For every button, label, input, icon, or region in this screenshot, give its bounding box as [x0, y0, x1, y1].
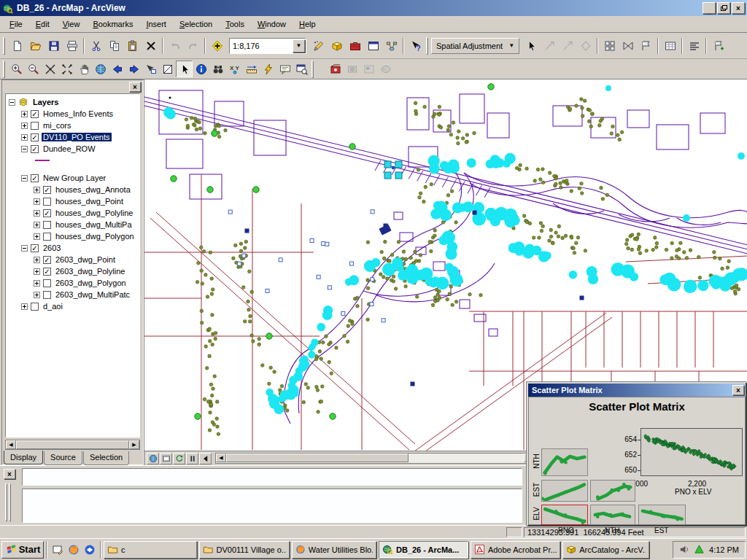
matrix-cell-est-pno[interactable] [541, 480, 588, 502]
layer-label[interactable]: 2603_dwg_Polygon [54, 279, 128, 287]
panel-text-area[interactable] [22, 489, 522, 523]
print-button[interactable] [63, 36, 81, 55]
toolbar-grip[interactable] [311, 61, 314, 78]
layer-checkbox[interactable]: ✓ [43, 186, 51, 194]
toolbar-grip[interactable] [426, 37, 428, 55]
back-extent-tool[interactable] [109, 61, 125, 77]
refresh-view-button[interactable] [173, 453, 185, 464]
identify-tool[interactable] [193, 61, 209, 77]
menu-view[interactable]: View [56, 18, 87, 31]
tab-source[interactable]: Source [44, 451, 82, 465]
forward-extent-tool[interactable] [125, 61, 142, 77]
chevron-down-icon[interactable]: ▼ [293, 39, 305, 52]
menu-insert[interactable]: Insert [139, 18, 173, 31]
layer-row[interactable]: 2603_dwg_MultiPatc [6, 289, 139, 300]
tree-expander-plus[interactable] [21, 111, 28, 117]
thunderbird-launcher[interactable] [82, 542, 98, 558]
layer-row[interactable]: ✓2603_dwg_Polyline [6, 265, 139, 277]
scroll-right-arrow[interactable]: ▶ [129, 440, 139, 449]
sa-attributes-button[interactable] [685, 36, 703, 55]
task-adobe-acrobat-pr-[interactable]: Adobe Acrobat Pr... [471, 541, 560, 559]
matrix-cell-nth-pno[interactable] [541, 448, 588, 476]
zoom-in-tool[interactable] [8, 61, 25, 77]
menu-help[interactable]: Help [293, 18, 322, 31]
menu-selection[interactable]: Selection [173, 18, 219, 31]
tree-expander-plus[interactable] [21, 303, 28, 310]
go-to-xy-tool[interactable]: XY [226, 61, 243, 77]
map-tips-tool[interactable] [276, 61, 293, 77]
misc-tool-3[interactable] [360, 61, 377, 77]
misc-tool-2[interactable] [344, 61, 360, 77]
map-scale-combobox[interactable]: 1:8,176▼ [229, 38, 306, 54]
matrix-cell-elv-pno[interactable] [541, 505, 588, 525]
tree-expander-plus[interactable] [34, 187, 40, 193]
layer-checkbox[interactable] [31, 122, 39, 130]
layer-row[interactable]: houses_dwg_MultiPa [6, 219, 139, 230]
full-extent-tool[interactable] [92, 61, 109, 77]
layer-label[interactable]: Layers [31, 98, 60, 106]
layer-checkbox[interactable] [43, 279, 51, 287]
measure-tool[interactable] [243, 61, 260, 77]
layer-row[interactable]: Layers [6, 96, 139, 108]
scatter-plot-matrix-window[interactable]: Scatter Plot Matrix × Scatter Plot Matri… [527, 382, 747, 526]
layer-row[interactable] [6, 155, 139, 166]
spatial-adjustment-menu[interactable]: Spatial Adjustment▼ [431, 38, 519, 54]
layer-label[interactable]: d_aoi [42, 302, 64, 311]
menu-edit[interactable]: Edit [29, 18, 56, 31]
close-button[interactable]: × [732, 2, 745, 14]
toc-horizontal-scrollbar[interactable]: ◀ ▶ [5, 440, 140, 450]
tree-expander-plus[interactable] [21, 122, 28, 129]
task-db-26-arcma-[interactable]: DB_26 - ArcMa... [379, 541, 468, 559]
tree-expander-plus[interactable] [34, 292, 40, 298]
tree-expander-minus[interactable] [21, 245, 28, 252]
scroll-left-arrow[interactable]: ◀ [6, 440, 16, 449]
tab-display[interactable]: Display [4, 451, 43, 464]
scatter-window-titlebar[interactable]: Scatter Plot Matrix × [528, 384, 746, 397]
layer-row[interactable]: 2603_dwg_Polygon [6, 277, 139, 289]
layer-row[interactable]: d_aoi [6, 300, 139, 312]
scroll-left-button[interactable] [199, 453, 212, 464]
find-tool[interactable] [209, 61, 226, 77]
layer-checkbox[interactable]: ✓ [31, 244, 39, 252]
scrollbar-thumb[interactable] [16, 440, 129, 449]
layer-checkbox[interactable]: ✓ [31, 145, 39, 153]
layout-view-button[interactable] [160, 453, 172, 464]
layer-row[interactable]: ✓2603_dwg_Point [6, 254, 139, 265]
layer-checkbox[interactable] [43, 233, 51, 241]
tree-expander-plus[interactable] [34, 198, 40, 205]
hyperlink-tool[interactable] [260, 61, 276, 77]
layer-row[interactable]: ✓DV110_PO Events [6, 131, 139, 143]
panel-grip[interactable] [5, 483, 7, 521]
scrollbar-thumb[interactable] [226, 454, 409, 462]
tree-expander-minus[interactable] [21, 146, 28, 152]
sa-link-table-button[interactable] [661, 36, 679, 55]
data-view-button[interactable] [147, 453, 159, 464]
layer-label[interactable]: mi_cors [42, 121, 73, 130]
misc-tool-4[interactable] [377, 61, 394, 77]
layer-row[interactable]: ✓houses_dwg_Polyline [6, 207, 139, 219]
layer-checkbox[interactable]: ✓ [31, 133, 39, 141]
layer-label[interactable]: houses_dwg_Annota [54, 185, 132, 194]
map-horizontal-scrollbar[interactable]: ◀ ▶ [215, 453, 535, 464]
open-button[interactable] [26, 36, 44, 55]
window-titlebar[interactable]: DB_26 - ArcMap - ArcView _ × [0, 0, 747, 16]
delete-button[interactable] [142, 36, 160, 55]
magnifier-window-tool[interactable] [293, 61, 310, 77]
tab-selection[interactable]: Selection [83, 451, 129, 465]
arctoolbox-button[interactable] [346, 36, 364, 55]
zoom-selection-tool[interactable] [159, 61, 176, 77]
layer-checkbox[interactable]: ✓ [43, 209, 51, 217]
show-desktop-button[interactable] [50, 542, 66, 558]
task-dv00111-village-o-[interactable]: DV00111 Village o... [199, 541, 290, 559]
layer-checkbox[interactable] [31, 303, 39, 311]
cut-button[interactable] [87, 36, 105, 55]
menu-window[interactable]: Window [251, 18, 293, 31]
menu-tools[interactable]: Tools [219, 18, 251, 31]
misc-tool-1[interactable] [327, 61, 344, 77]
sa-rotate-tool[interactable] [576, 36, 595, 55]
panel-close-button[interactable]: × [4, 469, 15, 479]
layer-label[interactable]: 2603_dwg_MultiPatc [54, 290, 131, 299]
task-water-utilities-blo-[interactable]: Water Utilities Blo... [292, 541, 376, 559]
layer-checkbox[interactable]: ✓ [31, 110, 39, 118]
layer-row[interactable]: ✓2603 [6, 242, 139, 254]
